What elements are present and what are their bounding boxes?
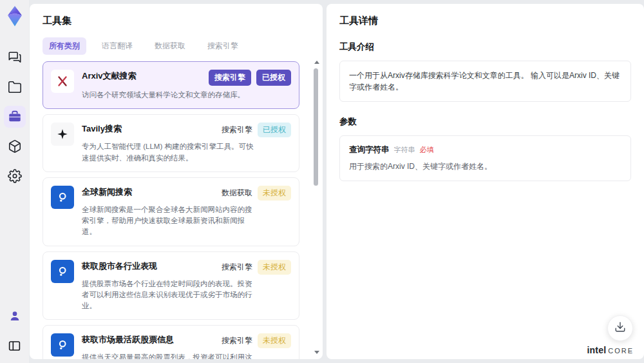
scrollbar-thumb[interactable] [314,68,318,186]
params-heading: 参数 [339,116,631,128]
tool-name: Arxiv文献搜索 [82,70,209,82]
tool-name: 全球新闻搜索 [82,186,222,198]
param-required-flag: 必填 [420,145,434,155]
news-search-app-icon [51,333,74,357]
param-description: 用于搜索的Arxiv ID、关键字或作者姓名。 [349,161,621,172]
tool-category-label: 搜索引擎 [222,335,252,346]
list-scrollbar [313,61,319,355]
tool-auth-badge: 已授权 [258,123,291,137]
intel-brand-text: intel [587,345,606,355]
nav-files-button[interactable] [4,76,26,98]
tool-name: 获取股市各行业表现 [82,260,222,272]
tool-category-label: 数据获取 [222,188,252,199]
tool-auth-badge: 未授权 [258,333,291,348]
tool-category-label: 搜索引擎 [222,262,252,273]
tool-description: 提供当天交易量最高的股票列表，投资者可以利用这些信息来识别流动性强的股票和潜在的… [82,352,257,359]
news-search-app-icon [51,186,74,209]
toolset-panel: 工具集 所有类别 语言翻译 数据获取 搜索引擎 [30,4,323,359]
tool-detail-panel: 工具详情 工具介绍 一个用于从Arxiv存储库搜索科学论文和文章的工具。 输入可… [327,4,644,359]
tool-auth-badge: 已授权 [256,70,291,86]
toolset-title: 工具集 [43,15,308,27]
news-search-app-icon [51,260,74,283]
tool-description: 访问各个研究领域大量科学论文和文章的存储库。 [82,90,257,101]
tool-category-label: 搜索引擎 [222,124,252,135]
intro-box: 一个用于从Arxiv存储库搜索科学论文和文章的工具。 输入可以是Arxiv ID… [339,61,631,102]
nav-chat-button[interactable] [4,46,26,68]
main-content: 工具集 所有类别 语言翻译 数据获取 搜索引擎 [29,0,644,363]
panel-toggle-icon [8,339,21,353]
param-box: 查询字符串 字符串 必填 用于搜索的Arxiv ID、关键字或作者姓名。 [339,135,631,181]
tool-card-tavily[interactable]: Tavily搜索 搜索引擎 已授权 专为人工智能代理 (LLM) 构建的搜索引擎… [43,114,299,172]
icon-rail [0,0,29,363]
detail-title: 工具详情 [339,15,631,27]
tool-name: Tavily搜索 [82,123,222,135]
tool-description: 全球新闻搜索是一个聚合全球各大新闻网站内容的搜索引擎，帮助用户快速获取全球最新资… [82,204,257,238]
category-tabs: 所有类别 语言翻译 数据获取 搜索引擎 [43,37,308,55]
intro-text: 一个用于从Arxiv存储库搜索科学论文和文章的工具。 输入可以是Arxiv ID… [349,70,621,93]
gear-icon [8,169,22,183]
tool-auth-badge: 未授权 [258,260,291,275]
tool-auth-badge: 未授权 [258,186,291,201]
tool-card-sector-performance[interactable]: 获取股市各行业表现 搜索引擎 未授权 提供股票市场各个行业在特定时间段内的表现。… [43,251,299,320]
param-name: 查询字符串 [349,144,390,155]
arxiv-logo-icon [51,70,74,93]
param-type: 字符串 [394,145,415,155]
tab-all-categories[interactable]: 所有类别 [43,37,86,55]
tool-card-most-active-stocks[interactable]: 获取市场最活跃股票信息 搜索引擎 未授权 提供当天交易量最高的股票列表，投资者可… [43,325,299,359]
folder-icon [8,80,22,94]
tool-description: 提供股票市场各个行业在特定时间段内的表现。投资者可以利用这些信息来识别表现优于或… [82,279,257,312]
tool-list: Arxiv文献搜索 搜索引擎 已授权 访问各个研究领域大量科学论文和文章的存储库… [43,61,308,359]
nav-toolbox-button[interactable] [4,106,26,128]
intro-heading: 工具介绍 [339,41,631,53]
tab-language-translation[interactable]: 语言翻译 [95,37,139,55]
app-logo-icon [5,5,24,27]
download-button[interactable] [607,315,633,341]
nav-user-button[interactable] [4,305,26,327]
intel-core-text: CORE [608,347,634,355]
download-icon [614,321,626,335]
tool-description: 专为人工智能代理 (LLM) 构建的搜索引擎工具。可快速提供实时、准确和真实的结… [82,141,257,164]
tool-card-arxiv[interactable]: Arxiv文献搜索 搜索引擎 已授权 访问各个研究领域大量科学论文和文章的存储库… [43,61,299,109]
tool-category-badge: 搜索引擎 [209,70,251,86]
tool-name: 获取市场最活跃股票信息 [82,333,222,346]
chat-icon [8,50,22,64]
scroll-down-arrow-icon[interactable] [314,351,319,354]
tab-data-acquisition[interactable]: 数据获取 [148,37,192,55]
tool-card-global-news[interactable]: 全球新闻搜索 数据获取 未授权 全球新闻搜索是一个聚合全球各大新闻网站内容的搜索… [43,177,299,246]
user-icon [8,309,21,322]
sparkle-icon [51,123,74,146]
intel-core-logo: intel CORE [587,345,634,355]
nav-panel-toggle-button[interactable] [4,335,26,357]
nav-packages-button[interactable] [4,135,26,157]
package-icon [8,139,22,153]
scroll-up-arrow-icon[interactable] [314,61,319,64]
toolbox-icon [8,110,22,124]
app-window: 工具集 所有类别 语言翻译 数据获取 搜索引擎 [0,0,644,363]
tab-search-engine[interactable]: 搜索引擎 [201,37,245,55]
nav-settings-button[interactable] [4,165,26,187]
